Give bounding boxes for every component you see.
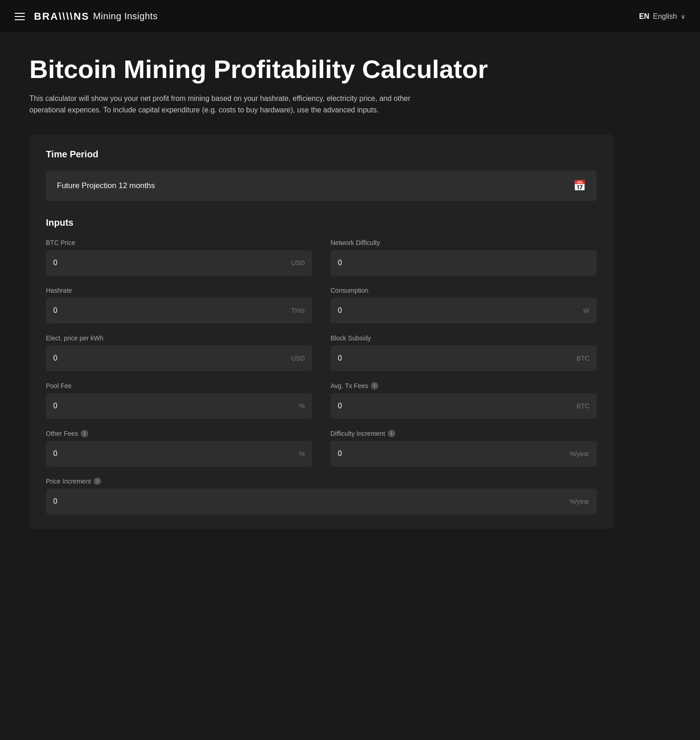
elect-price-input[interactable]: [53, 354, 287, 362]
page-description: This calculator will show you your net p…: [29, 93, 442, 116]
label-avg-tx-fees: Avg. Tx Fees i: [330, 382, 597, 389]
label-consumption: Consumption: [330, 287, 597, 294]
brand-subtitle: Mining Insights: [93, 11, 158, 22]
pool-fee-input[interactable]: [53, 402, 296, 410]
label-pool-fee: Pool Fee: [46, 382, 312, 389]
lang-code: EN: [639, 12, 649, 21]
input-wrapper-network-difficulty: [330, 250, 597, 276]
elect-price-unit: USD: [291, 355, 305, 362]
label-other-fees: Other Fees i: [46, 430, 312, 437]
price-increment-info-icon[interactable]: i: [94, 478, 101, 485]
difficulty-increment-unit: %/year: [569, 450, 589, 457]
inputs-title: Inputs: [46, 217, 597, 228]
language-selector[interactable]: EN English ∨: [639, 12, 685, 21]
label-btc-price: BTC Price: [46, 239, 312, 246]
brand: BRA\\\\NS Mining Insights: [34, 11, 158, 22]
other-fees-info-icon[interactable]: i: [81, 430, 88, 437]
pool-fee-unit: %: [299, 402, 305, 410]
page-title: Bitcoin Mining Profitability Calculator: [29, 55, 613, 83]
input-group-price-increment: Price Increment i %/year: [46, 478, 597, 514]
label-price-increment: Price Increment i: [46, 478, 597, 485]
calculator-card: Time Period Future Projection 12 months …: [29, 134, 613, 529]
brand-logo: BRA\\\\NS: [34, 11, 90, 22]
avg-tx-fees-info-icon[interactable]: i: [371, 382, 378, 389]
input-wrapper-hashrate: TH/s: [46, 298, 312, 323]
time-period-section: Time Period Future Projection 12 months …: [46, 149, 597, 201]
label-difficulty-increment: Difficulty Increment i: [330, 430, 597, 437]
price-increment-unit: %/year: [569, 498, 589, 505]
difficulty-increment-input[interactable]: [338, 450, 566, 458]
btc-price-unit: USD: [291, 259, 305, 267]
lang-name: English: [653, 12, 677, 21]
label-network-difficulty: Network Difficulty: [330, 239, 597, 246]
input-wrapper-block-subsidy: BTC: [330, 345, 597, 371]
input-group-consumption: Consumption W: [330, 287, 597, 323]
other-fees-unit: %: [299, 450, 305, 457]
input-group-other-fees: Other Fees i %: [46, 430, 312, 467]
time-period-title: Time Period: [46, 149, 597, 160]
input-group-btc-price: BTC Price USD: [46, 239, 312, 276]
input-wrapper-avg-tx-fees: BTC: [330, 393, 597, 419]
avg-tx-fees-input[interactable]: [338, 402, 573, 410]
hashrate-input[interactable]: [53, 306, 287, 315]
input-wrapper-elect-price: USD: [46, 345, 312, 371]
consumption-unit: W: [583, 307, 589, 314]
input-group-difficulty-increment: Difficulty Increment i %/year: [330, 430, 597, 467]
navbar: BRA\\\\NS Mining Insights EN English ∨: [0, 0, 700, 33]
input-wrapper-price-increment: %/year: [46, 489, 597, 514]
inputs-grid: BTC Price USD Network Difficulty: [46, 239, 597, 514]
time-period-selector[interactable]: Future Projection 12 months 📅: [46, 171, 597, 201]
input-group-hashrate: Hashrate TH/s: [46, 287, 312, 323]
network-difficulty-input[interactable]: [338, 259, 589, 267]
block-subsidy-input[interactable]: [338, 354, 573, 362]
block-subsidy-unit: BTC: [577, 355, 589, 362]
avg-tx-fees-unit: BTC: [577, 402, 589, 410]
input-wrapper-pool-fee: %: [46, 393, 312, 419]
label-block-subsidy: Block Subsidy: [330, 334, 597, 342]
chevron-down-icon: ∨: [681, 13, 685, 20]
time-period-value: Future Projection 12 months: [57, 181, 155, 190]
btc-price-input[interactable]: [53, 259, 287, 267]
input-group-pool-fee: Pool Fee %: [46, 382, 312, 419]
navbar-left: BRA\\\\NS Mining Insights: [15, 11, 158, 22]
main-content: Bitcoin Mining Profitability Calculator …: [0, 33, 643, 551]
input-wrapper-consumption: W: [330, 298, 597, 323]
input-wrapper-btc-price: USD: [46, 250, 312, 276]
hamburger-menu[interactable]: [15, 13, 25, 20]
input-group-avg-tx-fees: Avg. Tx Fees i BTC: [330, 382, 597, 419]
input-group-block-subsidy: Block Subsidy BTC: [330, 334, 597, 371]
price-increment-input[interactable]: [53, 497, 566, 506]
label-hashrate: Hashrate: [46, 287, 312, 294]
input-group-network-difficulty: Network Difficulty: [330, 239, 597, 276]
consumption-input[interactable]: [338, 306, 580, 315]
other-fees-input[interactable]: [53, 450, 296, 458]
calendar-icon: 📅: [573, 180, 586, 192]
label-elect-price: Elect. price per kWh: [46, 334, 312, 342]
input-wrapper-other-fees: %: [46, 441, 312, 467]
input-group-elect-price: Elect. price per kWh USD: [46, 334, 312, 371]
input-wrapper-difficulty-increment: %/year: [330, 441, 597, 467]
difficulty-increment-info-icon[interactable]: i: [388, 430, 395, 437]
hashrate-unit: TH/s: [291, 307, 305, 314]
inputs-section: Inputs BTC Price USD Network Difficulty: [46, 217, 597, 514]
